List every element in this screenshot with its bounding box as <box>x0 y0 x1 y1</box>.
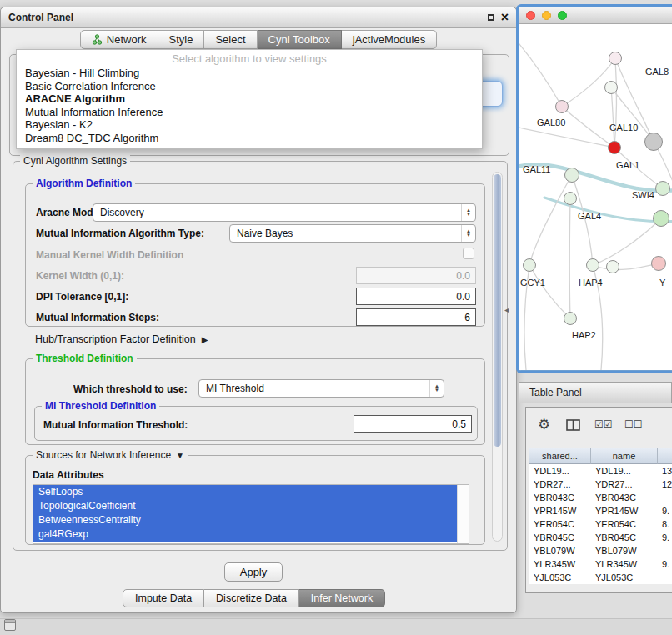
table-row[interactable]: YPR145W YPR145W 9. <box>529 504 672 518</box>
menu-item-mutual-information[interactable]: Mutual Information Inference <box>17 106 482 119</box>
gear-icon[interactable]: ⚙ <box>538 416 550 433</box>
network-node[interactable] <box>653 210 669 227</box>
which-threshold-label: Which threshold to use: <box>73 383 188 395</box>
tab-network-label: Network <box>107 33 147 46</box>
tab-network[interactable]: Network <box>80 30 158 49</box>
sources-group-title[interactable]: Sources for Network Inference ▼ <box>33 449 188 461</box>
tab-impute-data[interactable]: Impute Data <box>123 589 204 608</box>
menu-item-bayesian-hill-climbing[interactable]: Bayesian - Hill Climbing <box>17 67 482 80</box>
network-node[interactable] <box>564 168 579 182</box>
table-rows: YDL19... YDL19... 13 YDR27... YDR27... 1… <box>529 464 672 584</box>
network-node[interactable] <box>608 141 621 154</box>
zoom-traffic-light-icon[interactable] <box>558 11 567 20</box>
tab-cyni-toolbox[interactable]: Cyni Toolbox <box>258 30 342 49</box>
network-view-window: GAL8GAL80GAL10GAL11GAL1SWI4GAL4GCY1HAP4Y… <box>519 7 672 371</box>
bottom-tabbar: Impute Data Discretize Data Infer Networ… <box>123 589 385 608</box>
which-threshold-select[interactable]: MI Threshold ▲▼ <box>198 379 444 398</box>
control-panel-titlebar[interactable]: Control Panel × <box>1 8 516 28</box>
menu-item-dream8[interactable]: Dream8 DC_TDC Algorithm <box>17 132 482 145</box>
algorithm-definition-title: Algorithm Definition <box>33 178 135 189</box>
mi-algorithm-type-select[interactable]: Naive Bayes ▲▼ <box>229 224 476 242</box>
settings-scrollbar[interactable] <box>492 172 503 542</box>
data-attributes-list[interactable]: SelfLoops TopologicalCoefficient Between… <box>33 484 469 544</box>
kernel-width-field[interactable]: 0.0 <box>356 267 476 284</box>
cell-extra <box>658 491 672 504</box>
cell-name: YDL19... <box>591 464 658 478</box>
network-node-label: SWI4 <box>632 190 654 200</box>
network-node[interactable] <box>606 260 619 273</box>
panel-splitter-arrow-icon[interactable]: ◂ <box>504 305 509 314</box>
table-row[interactable]: YER054C YER054C 8. <box>529 518 672 531</box>
which-threshold-value: MI Threshold <box>206 382 264 394</box>
table-row[interactable]: YLR345W YLR345W 9. <box>529 558 672 571</box>
tab-discretize-data[interactable]: Discretize Data <box>204 589 299 608</box>
mi-algorithm-type-label: Mutual Information Algorithm Type: <box>36 228 204 239</box>
column-header-extra[interactable] <box>658 448 672 464</box>
table-row[interactable]: YDL19... YDL19... 13 <box>529 464 672 478</box>
network-node-label: GCY1 <box>520 278 545 288</box>
table-row[interactable]: YBR045C YBR045C 9. <box>529 531 672 544</box>
tab-infer-network[interactable]: Infer Network <box>299 589 385 608</box>
cell-name: YBL079W <box>591 544 658 558</box>
cell-extra: 9. <box>658 531 672 544</box>
network-node[interactable] <box>523 258 536 272</box>
close-window-icon[interactable]: × <box>501 11 509 24</box>
mi-threshold-field[interactable]: 0.5 <box>354 415 472 432</box>
network-node[interactable] <box>586 258 599 272</box>
minimize-traffic-light-icon[interactable] <box>542 11 551 20</box>
mi-threshold-group-title: MI Threshold Definition <box>42 400 159 412</box>
control-panel-title: Control Panel <box>8 12 73 23</box>
columns-icon[interactable] <box>566 419 580 431</box>
network-node[interactable] <box>609 52 622 65</box>
deselect-all-checkboxes-icon[interactable]: ☐☐ <box>624 418 643 430</box>
menu-item-bayesian-k2[interactable]: Bayesian - K2 <box>17 118 482 132</box>
combo-arrows-icon: ▲▼ <box>429 380 444 397</box>
table-row[interactable]: YDR27... YDR27... 12 <box>529 478 672 491</box>
minimized-window-icon[interactable] <box>4 619 16 631</box>
tab-style[interactable]: Style <box>158 30 205 49</box>
network-node[interactable] <box>564 312 577 325</box>
menu-item-aracne[interactable]: ARACNE Algorithm <box>17 92 482 106</box>
cell-shared-name: YDL19... <box>529 464 591 478</box>
network-window-titlebar[interactable] <box>519 8 672 24</box>
network-node[interactable] <box>564 192 577 205</box>
attribute-list-item[interactable]: TopologicalCoefficient <box>33 499 457 513</box>
apply-button[interactable]: Apply <box>224 562 283 582</box>
hub-factor-expander[interactable]: Hub/Transcription Factor Definition ▶ <box>35 333 208 345</box>
menu-item-basic-correlation[interactable]: Basic Correlation Inference <box>17 80 482 93</box>
tab-select[interactable]: Select <box>204 30 257 49</box>
network-node-label: HAP2 <box>572 330 596 340</box>
attributes-list-scrollbar[interactable] <box>457 485 469 543</box>
table-row[interactable]: YJL053C YJL053C <box>529 571 672 584</box>
data-attributes-items: SelfLoops TopologicalCoefficient Between… <box>33 485 457 543</box>
tab-impute-data-label: Impute Data <box>135 592 192 604</box>
table-panel-titlebar[interactable]: Table Panel <box>519 382 672 403</box>
table-row[interactable]: YBR043C YBR043C <box>529 491 672 504</box>
cell-name: YDR27... <box>591 478 658 491</box>
network-node[interactable] <box>644 132 663 151</box>
network-node[interactable] <box>651 256 666 271</box>
network-node[interactable] <box>604 81 618 94</box>
table-panel-title: Table Panel <box>529 387 582 398</box>
close-traffic-light-icon[interactable] <box>526 11 535 20</box>
network-node[interactable] <box>555 100 569 113</box>
dpi-tolerance-field[interactable]: 0.0 <box>356 288 476 305</box>
attribute-list-item[interactable]: gal4RGexp <box>33 528 457 542</box>
column-header-name[interactable]: name <box>591 448 658 464</box>
float-window-icon[interactable] <box>488 14 494 21</box>
tab-jactivemodules[interactable]: jActiveModules <box>342 30 437 49</box>
tab-cyni-toolbox-label: Cyni Toolbox <box>268 33 330 46</box>
table-row[interactable]: YBL079W YBL079W <box>529 544 672 558</box>
select-all-checkboxes-icon[interactable]: ☑☑ <box>594 418 613 430</box>
cell-shared-name: YER054C <box>529 518 591 531</box>
column-header-shared-name[interactable]: shared... <box>529 448 591 464</box>
network-canvas[interactable]: GAL8GAL80GAL10GAL11GAL1SWI4GAL4GCY1HAP4Y… <box>519 24 672 370</box>
attribute-list-item[interactable]: SelfLoops <box>33 485 457 499</box>
manual-kernel-checkbox[interactable] <box>463 248 474 259</box>
mi-steps-field[interactable]: 6 <box>356 308 476 326</box>
attribute-list-item[interactable]: BetweennessCentrality <box>33 513 457 528</box>
expander-right-triangle-icon: ▶ <box>202 335 208 344</box>
aracne-mode-select[interactable]: Discovery ▲▼ <box>93 203 476 222</box>
settings-scrollbar-thumb[interactable] <box>494 174 501 447</box>
network-node[interactable] <box>655 181 670 196</box>
